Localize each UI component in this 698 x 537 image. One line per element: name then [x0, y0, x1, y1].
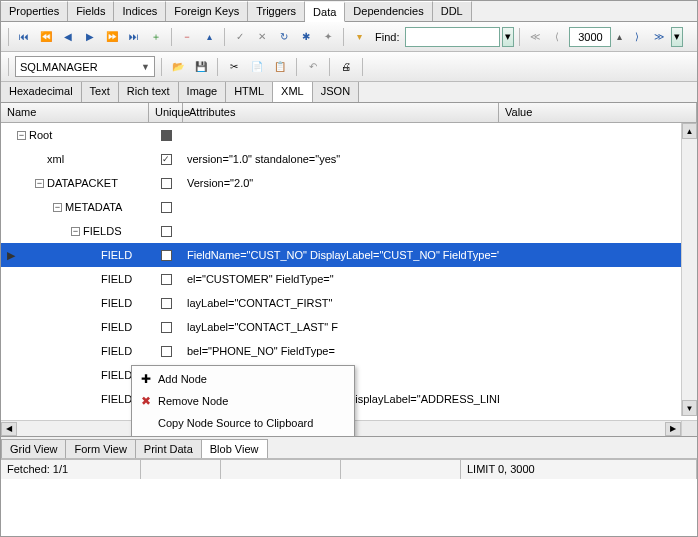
node-label: FIELD [101, 345, 132, 357]
post-edit-button[interactable]: ✓ [230, 27, 250, 47]
tree-row[interactable]: ▶FIELDFieldName="CUST_NO" DisplayLabel="… [1, 243, 697, 267]
unique-checkbox[interactable] [161, 298, 172, 309]
copy-icon[interactable]: 📄 [247, 57, 267, 77]
scroll-down-button[interactable]: ▼ [682, 400, 697, 416]
node-attributes: el="CUSTOMER" FieldType=" [183, 273, 499, 285]
col-header-attributes[interactable]: Attributes [183, 103, 499, 122]
tab-html[interactable]: HTML [226, 82, 273, 102]
tree-row[interactable]: FIELDlayLabel="CONTACT_LAST" F [1, 315, 697, 339]
scroll-up-button[interactable]: ▲ [682, 123, 697, 139]
last-record-button[interactable]: ⏭ [124, 27, 144, 47]
unique-checkbox[interactable] [161, 346, 172, 357]
delete-record-button[interactable]: － [177, 27, 197, 47]
ctx-remove-node[interactable]: ✖Remove Node [134, 390, 352, 412]
page-prev-button[interactable]: ≪ [525, 27, 545, 47]
paste-icon[interactable]: 📋 [270, 57, 290, 77]
node-label: xml [47, 153, 64, 165]
tree-row[interactable]: FIELDbel="PHONE_NO" FieldType= [1, 339, 697, 363]
tab-richtext[interactable]: Rich text [119, 82, 179, 102]
unique-checkbox[interactable] [161, 274, 172, 285]
ctx-copy-source[interactable]: Copy Node Source to Clipboard [134, 412, 352, 434]
prior-page-button[interactable]: ⏪ [36, 27, 56, 47]
tab-json[interactable]: JSON [313, 82, 359, 102]
tab-fields[interactable]: Fields [68, 1, 114, 21]
prior-record-button[interactable]: ◀ [58, 27, 78, 47]
collapse-icon[interactable]: − [17, 131, 26, 140]
unique-checkbox[interactable] [161, 322, 172, 333]
unique-checkbox[interactable] [161, 250, 172, 261]
tab-properties[interactable]: Properties [1, 1, 68, 21]
col-header-value[interactable]: Value [499, 103, 697, 122]
cancel-edit-button[interactable]: ✕ [252, 27, 272, 47]
schema-combo-value: SQLMANAGER [20, 61, 98, 73]
filter-button[interactable]: ▾ [349, 27, 369, 47]
ctx-add-node[interactable]: ✚Add Node [134, 368, 352, 390]
tab-image[interactable]: Image [179, 82, 227, 102]
xml-tree-grid: Name Unique Attributes Value −Rootxmlver… [1, 103, 697, 437]
open-icon[interactable]: 📂 [168, 57, 188, 77]
record-spin-up[interactable]: ▴ [613, 27, 625, 47]
status-empty2 [221, 460, 341, 479]
page-prev2-button[interactable]: ⟨ [547, 27, 567, 47]
tab-triggers[interactable]: Triggers [248, 1, 305, 21]
scroll-left-button[interactable]: ◀ [1, 422, 17, 436]
col-header-name[interactable]: Name [1, 103, 149, 122]
goto-bookmark-button[interactable]: ✦ [318, 27, 338, 47]
tree-row[interactable]: −DATAPACKETVersion="2.0" [1, 171, 697, 195]
node-label: FIELD [101, 273, 132, 285]
tab-dependencies[interactable]: Dependencies [345, 1, 432, 21]
save-icon[interactable]: 💾 [191, 57, 211, 77]
next-record-button[interactable]: ▶ [80, 27, 100, 47]
vertical-scrollbar[interactable]: ▲ ▼ [681, 123, 697, 416]
collapse-icon[interactable]: − [35, 179, 44, 188]
tab-xml[interactable]: XML [273, 82, 313, 102]
page-dropdown-button[interactable]: ▾ [671, 27, 683, 47]
tree-row[interactable]: FIELDlayLabel="CONTACT_FIRST" [1, 291, 697, 315]
refresh-button[interactable]: ↻ [274, 27, 294, 47]
node-attributes: FieldName="CUST_NO" DisplayLabel="CUST_N… [183, 249, 499, 261]
tab-blob-view[interactable]: Blob View [201, 439, 268, 458]
find-input[interactable] [405, 27, 500, 47]
record-count-input[interactable] [569, 27, 611, 47]
node-label: FIELDS [83, 225, 122, 237]
edit-record-button[interactable]: ▴ [199, 27, 219, 47]
tab-ddl[interactable]: DDL [433, 1, 472, 21]
remove-node-icon: ✖ [134, 394, 158, 408]
tab-data[interactable]: Data [305, 2, 345, 22]
schema-combo[interactable]: SQLMANAGER ▼ [15, 56, 155, 77]
page-next2-button[interactable]: ≫ [649, 27, 669, 47]
unique-checkbox[interactable] [161, 202, 172, 213]
tab-print-data[interactable]: Print Data [135, 439, 202, 458]
tab-form-view[interactable]: Form View [65, 439, 135, 458]
find-dropdown-button[interactable]: ▾ [502, 27, 514, 47]
tree-row[interactable]: xmlversion="1.0" standalone="yes" [1, 147, 697, 171]
content-type-tabs: Hexadecimal Text Rich text Image HTML XM… [1, 82, 697, 103]
print-icon[interactable]: 🖨 [336, 57, 356, 77]
page-next-button[interactable]: ⟩ [627, 27, 647, 47]
unique-checkbox[interactable] [161, 178, 172, 189]
tab-text[interactable]: Text [82, 82, 119, 102]
bookmark-button[interactable]: ✱ [296, 27, 316, 47]
tree-row[interactable]: −Root [1, 123, 697, 147]
status-empty1 [141, 460, 221, 479]
tree-row[interactable]: −FIELDS [1, 219, 697, 243]
collapse-icon[interactable]: − [71, 227, 80, 236]
unique-checkbox[interactable] [161, 154, 172, 165]
tab-hexadecimal[interactable]: Hexadecimal [1, 82, 82, 102]
tab-foreign-keys[interactable]: Foreign Keys [166, 1, 248, 21]
scroll-right-button[interactable]: ▶ [665, 422, 681, 436]
unique-checkbox[interactable] [161, 130, 172, 141]
tab-indices[interactable]: Indices [114, 1, 166, 21]
tree-row[interactable]: FIELDel="CUSTOMER" FieldType=" [1, 267, 697, 291]
unique-checkbox[interactable] [161, 226, 172, 237]
undo-icon[interactable]: ↶ [303, 57, 323, 77]
node-attributes: layLabel="CONTACT_FIRST" [183, 297, 499, 309]
next-page-button[interactable]: ⏩ [102, 27, 122, 47]
first-record-button[interactable]: ⏮ [14, 27, 34, 47]
tab-grid-view[interactable]: Grid View [1, 439, 66, 458]
col-header-unique[interactable]: Unique [149, 103, 183, 122]
collapse-icon[interactable]: − [53, 203, 62, 212]
tree-row[interactable]: −METADATA [1, 195, 697, 219]
insert-record-button[interactable]: ＋ [146, 27, 166, 47]
cut-icon[interactable]: ✂ [224, 57, 244, 77]
